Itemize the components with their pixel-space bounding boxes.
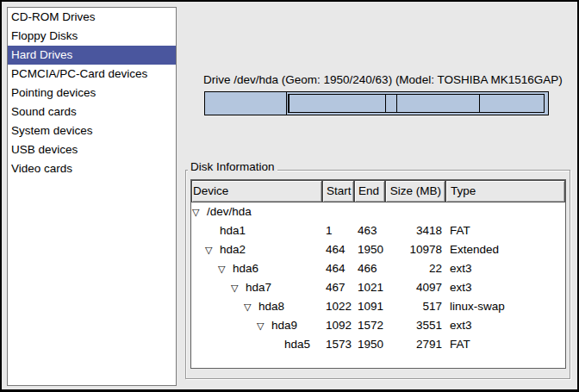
disk-table-header: DeviceStartEndSize (MB)Type	[191, 180, 565, 202]
sidebar-item-usb-devices[interactable]: USB devices	[8, 140, 176, 159]
column-header-end[interactable]: End	[354, 180, 385, 202]
size-cell: 517	[385, 297, 445, 316]
type-cell: ext3	[445, 278, 565, 297]
disk-table-body: ▽/dev/hdahda114633418FAT▽hda246419501097…	[191, 202, 565, 354]
start-cell: 464	[322, 259, 354, 278]
type-cell: ext3	[445, 316, 565, 335]
table-row-hda7[interactable]: ▽hda746710214097ext3	[191, 278, 565, 297]
partition-segment-hda9	[396, 94, 480, 113]
device-label: hda6	[233, 259, 258, 278]
end-cell	[354, 202, 385, 221]
size-cell: 3418	[385, 221, 445, 240]
expander-icon[interactable]: ▽	[231, 278, 246, 297]
end-cell: 1950	[354, 240, 385, 259]
start-cell	[322, 202, 354, 221]
device-label: hda5	[284, 335, 310, 354]
expander-icon[interactable]: ▽	[192, 202, 207, 221]
partition-bar	[204, 91, 549, 115]
start-cell: 1092	[322, 316, 354, 335]
size-cell: 10978	[385, 240, 445, 259]
partition-segment-hda2	[286, 92, 548, 115]
start-cell: 1573	[322, 335, 354, 354]
end-cell: 1572	[354, 316, 385, 335]
expander-icon[interactable]: ▽	[205, 240, 220, 259]
end-cell: 466	[354, 259, 385, 278]
device-label: hda1	[220, 221, 246, 240]
device-cell: hda5	[191, 335, 322, 354]
type-cell: Extended	[445, 240, 565, 259]
type-cell: FAT	[445, 335, 565, 354]
device-cell: ▽hda2	[191, 240, 322, 259]
column-header-device[interactable]: Device	[191, 180, 322, 202]
sidebar-item-video-cards[interactable]: Video cards	[8, 159, 176, 178]
expander-icon[interactable]: ▽	[257, 316, 271, 335]
type-cell	[445, 202, 565, 221]
end-cell: 463	[354, 221, 385, 240]
device-cell: ▽hda6	[191, 259, 322, 278]
device-label: hda2	[220, 240, 246, 259]
partition-segment-hda8	[385, 94, 397, 113]
table-row-hda2[interactable]: ▽hda2464195010978Extended	[191, 240, 565, 259]
type-cell: linux-swap	[445, 297, 565, 316]
sidebar-item-floppy-disks[interactable]: Floppy Disks	[8, 27, 176, 46]
disk-table: DeviceStartEndSize (MB)Type ▽/dev/hdahda…	[190, 179, 566, 369]
sidebar-item-sound-cards[interactable]: Sound cards	[8, 103, 176, 121]
hardware-browser-window: CD-ROM DrivesFloppy DisksHard DrivesPCMC…	[0, 0, 579, 392]
device-cell: ▽/dev/hda	[191, 202, 322, 221]
partition-segment-hda7	[289, 94, 385, 113]
start-cell: 1022	[322, 297, 354, 316]
size-cell: 2791	[385, 335, 445, 354]
end-cell: 1091	[354, 297, 385, 316]
device-cell: ▽hda8	[191, 297, 322, 316]
partition-segment-hda5	[479, 94, 545, 113]
sidebar-item-pointing-devices[interactable]: Pointing devices	[8, 84, 176, 103]
device-label: hda7	[246, 278, 271, 297]
drive-title: Drive /dev/hda (Geom: 1950/240/63) (Mode…	[203, 73, 563, 86]
partition-segment-hda1	[205, 92, 286, 115]
table-row-hda9[interactable]: ▽hda9109215723551ext3	[191, 316, 565, 335]
start-cell: 1	[322, 221, 354, 240]
start-cell: 467	[322, 278, 354, 297]
sidebar-item-hard-drives[interactable]: Hard Drives	[8, 46, 176, 65]
device-label: /dev/hda	[207, 202, 252, 221]
device-cell: ▽hda7	[191, 278, 322, 297]
device-label: hda9	[271, 316, 297, 335]
start-cell: 464	[322, 240, 354, 259]
end-cell: 1950	[354, 335, 385, 354]
disk-information-label: Disk Information	[188, 160, 277, 173]
sidebar-item-cd-rom-drives[interactable]: CD-ROM Drives	[8, 8, 176, 27]
end-cell: 1021	[354, 278, 385, 297]
column-header-start[interactable]: Start	[322, 180, 354, 202]
device-cell: ▽hda9	[191, 316, 322, 335]
table-row-hda6[interactable]: ▽hda646446622ext3	[191, 259, 565, 278]
sidebar-item-system-devices[interactable]: System devices	[8, 121, 176, 140]
device-label: hda8	[258, 297, 284, 316]
table-row-dev-hda[interactable]: ▽/dev/hda	[191, 202, 565, 221]
expander-icon[interactable]: ▽	[218, 259, 233, 278]
size-cell	[385, 202, 445, 221]
expander-icon[interactable]: ▽	[244, 297, 258, 316]
size-cell: 3551	[385, 316, 445, 335]
size-cell: 22	[385, 259, 445, 278]
size-cell: 4097	[385, 278, 445, 297]
column-header-size-mb[interactable]: Size (MB)	[385, 180, 445, 202]
column-header-type[interactable]: Type	[445, 180, 565, 202]
table-row-hda8[interactable]: ▽hda810221091517linux-swap	[191, 297, 565, 316]
sidebar-list[interactable]: CD-ROM DrivesFloppy DisksHard DrivesPCMC…	[7, 7, 177, 386]
table-row-hda1[interactable]: hda114633418FAT	[191, 221, 565, 240]
device-cell: hda1	[191, 221, 322, 240]
sidebar-item-pcmcia-pc-card-devices[interactable]: PCMCIA/PC-Card devices	[8, 65, 176, 84]
type-cell: FAT	[445, 221, 565, 240]
table-row-hda5[interactable]: hda5157319502791FAT	[191, 335, 565, 354]
disk-information-groupbox: Disk Information DeviceStartEndSize (MB)…	[185, 162, 571, 380]
type-cell: ext3	[445, 259, 565, 278]
